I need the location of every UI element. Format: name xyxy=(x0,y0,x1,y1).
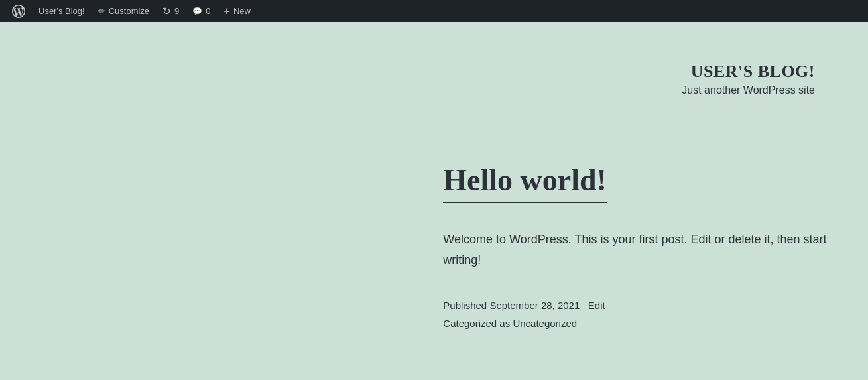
post-published-line: Published September 28, 2021 Edit xyxy=(443,296,841,314)
published-label: Published xyxy=(443,300,487,311)
published-date: September 28, 2021 xyxy=(489,300,580,311)
site-header: USER'S BLOG! Just another WordPress site xyxy=(0,22,868,123)
comments-link[interactable]: 0 xyxy=(186,0,217,22)
customize-label: Customize xyxy=(109,6,149,16)
wordpress-logo-icon xyxy=(12,5,25,18)
edit-link[interactable]: Edit xyxy=(588,300,605,311)
post-title: Hello world! xyxy=(443,162,607,203)
admin-bar: User's Blog! Customize 9 0 New xyxy=(0,0,868,22)
updates-link[interactable]: 9 xyxy=(156,0,186,22)
main-content: Hello world! Welcome to WordPress. This … xyxy=(416,162,868,372)
comments-count: 0 xyxy=(206,6,210,16)
updates-icon xyxy=(162,5,171,17)
post-category-line: Categorized as Uncategorized xyxy=(443,314,841,332)
new-icon xyxy=(224,5,230,17)
wp-logo-link[interactable] xyxy=(5,0,32,22)
customize-link[interactable]: Customize xyxy=(92,0,156,22)
new-label: New xyxy=(233,6,251,16)
post-body: Welcome to WordPress. This is your first… xyxy=(443,229,841,270)
customize-icon xyxy=(98,6,105,16)
comments-icon xyxy=(192,7,202,16)
site-tagline: Just another WordPress site xyxy=(53,84,815,96)
post-meta: Published September 28, 2021 Edit Catego… xyxy=(443,296,841,332)
site-title: USER'S BLOG! xyxy=(53,62,815,82)
updates-count: 9 xyxy=(174,6,179,16)
new-content-link[interactable]: New xyxy=(217,0,257,22)
post-article: Hello world! Welcome to WordPress. This … xyxy=(443,162,841,332)
site-name-link[interactable]: User's Blog! xyxy=(32,0,92,22)
site-name-label: User's Blog! xyxy=(38,6,85,16)
category-link[interactable]: Uncategorized xyxy=(513,318,577,329)
categorized-label: Categorized as xyxy=(443,318,510,329)
site-content: USER'S BLOG! Just another WordPress site… xyxy=(0,0,868,380)
